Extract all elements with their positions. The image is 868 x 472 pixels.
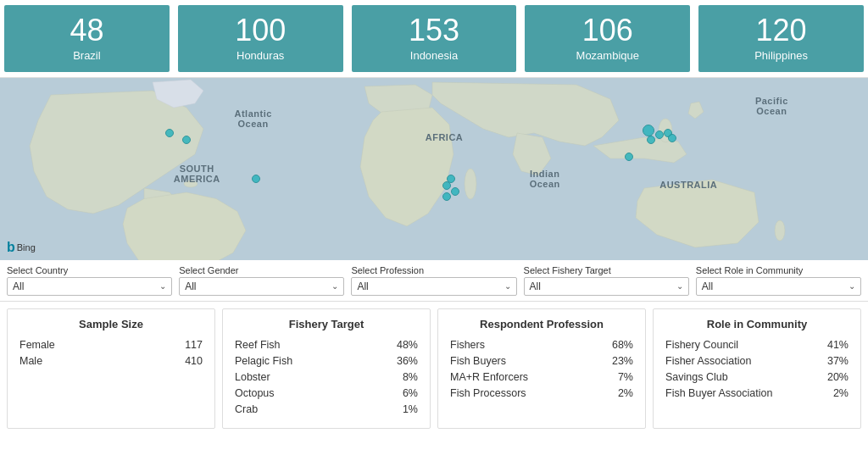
panel-row-value: 48% (397, 339, 418, 351)
filter-select[interactable]: All ⌄ (351, 277, 516, 296)
panel-row: Fishers 68% (450, 339, 633, 351)
panel-row: MA+R Enforcers 7% (450, 371, 633, 383)
panel-row-label: Crab (235, 403, 258, 415)
map-dot-philippines-2 (655, 130, 664, 139)
panel-row-value: 36% (397, 355, 418, 367)
stat-country: Brazil (21, 49, 153, 62)
stat-card-honduras: 100 Honduras (178, 5, 343, 72)
filter-value: All (530, 280, 541, 292)
data-panel-3: Role in Community Fishery Council 41% Fi… (653, 308, 861, 429)
data-panel-0: Sample Size Female 117 Male 410 (7, 308, 215, 429)
chevron-down-icon: ⌄ (504, 281, 511, 291)
stat-number: 100 (195, 14, 326, 47)
panel-row-value: 117 (185, 339, 203, 351)
filter-select[interactable]: All ⌄ (696, 277, 861, 296)
stat-card-philippines: 120 Philippines (698, 5, 864, 72)
panel-row-value: 23% (612, 355, 633, 367)
filter-value: All (702, 280, 713, 292)
panel-row-label: Male (19, 355, 42, 367)
panel-row-label: Lobster (235, 371, 270, 383)
filter-label: Select Gender (179, 265, 344, 275)
filter-select[interactable]: All ⌄ (524, 277, 689, 296)
panel-row: Reef Fish 48% (235, 339, 418, 351)
panel-row: Octopus 6% (235, 387, 418, 399)
chevron-down-icon: ⌄ (159, 281, 166, 291)
filter-group-3: Select Fishery Target All ⌄ (524, 265, 689, 296)
panel-row-value: 2% (833, 387, 849, 399)
panel-row: Fisher Association 37% (665, 355, 849, 367)
panel-row-value: 7% (618, 371, 633, 383)
panel-row: Crab 1% (235, 403, 418, 415)
stat-number: 48 (21, 14, 153, 47)
stat-card-brazil: 48 Brazil (4, 5, 170, 72)
panel-row-label: Fish Buyer Association (665, 387, 772, 399)
panel-row-label: Fishery Council (665, 339, 738, 351)
panel-row-label: Octopus (235, 387, 275, 399)
panel-row-value: 6% (403, 387, 418, 399)
chevron-down-icon: ⌄ (676, 281, 683, 291)
map-dot-honduras (165, 129, 174, 137)
panel-title: Fishery Target (235, 318, 418, 330)
panel-row: Fish Buyers 23% (450, 355, 633, 367)
data-panels: Sample Size Female 117 Male 410 Fishery … (0, 302, 868, 436)
bing-logo: b Bing (7, 240, 36, 255)
panel-title: Role in Community (665, 318, 849, 330)
panel-row-label: MA+R Enforcers (450, 371, 528, 383)
panel-row-value: 410 (185, 355, 203, 367)
filters-row: Select Country All ⌄ Select Gender All ⌄… (0, 260, 868, 302)
bing-text: Bing (17, 242, 36, 253)
panel-row-label: Fishers (450, 339, 485, 351)
filter-label: Select Profession (351, 265, 516, 275)
stat-number: 120 (715, 14, 847, 47)
panel-row-label: Reef Fish (235, 339, 281, 351)
svg-point-2 (465, 169, 476, 199)
panel-row-value: 37% (827, 355, 849, 367)
stat-country: Indonesia (369, 49, 500, 62)
filter-value: All (13, 280, 24, 292)
filter-group-4: Select Role in Community All ⌄ (696, 265, 861, 296)
filter-group-2: Select Profession All ⌄ (351, 265, 516, 296)
panel-title: Sample Size (19, 318, 203, 330)
panel-row: Fishery Council 41% (665, 339, 849, 351)
map-dot-brazil (252, 175, 260, 183)
panel-row-value: 2% (618, 387, 633, 399)
map-dot-indonesia (625, 153, 633, 161)
panel-row: Female 117 (19, 339, 203, 351)
panel-row-label: Fish Processors (450, 387, 526, 399)
chevron-down-icon: ⌄ (849, 281, 855, 291)
panel-row: Fish Buyer Association 2% (665, 387, 849, 399)
panel-row-value: 68% (612, 339, 633, 351)
chevron-down-icon: ⌄ (331, 281, 338, 291)
filter-group-1: Select Gender All ⌄ (179, 265, 344, 296)
panel-row: Male 410 (19, 355, 203, 367)
filter-value: All (357, 280, 368, 292)
filter-label: Select Fishery Target (524, 265, 689, 275)
panel-title: Respondent Profession (450, 318, 633, 330)
svg-point-4 (775, 220, 785, 241)
panel-row-label: Fish Buyers (450, 355, 506, 367)
panel-row: Lobster 8% (235, 371, 418, 383)
filter-label: Select Role in Community (696, 265, 861, 275)
filter-select[interactable]: All ⌄ (179, 277, 344, 296)
bing-icon: b (7, 240, 15, 255)
svg-point-1 (184, 180, 198, 187)
panel-row: Pelagic Fish 36% (235, 355, 418, 367)
panel-row-label: Savings Club (665, 371, 728, 383)
panel-row-value: 8% (403, 371, 418, 383)
filter-value: All (185, 280, 196, 292)
data-panel-2: Respondent Profession Fishers 68% Fish B… (437, 308, 646, 429)
filter-select[interactable]: All ⌄ (7, 277, 172, 296)
stat-card-indonesia: 153 Indonesia (352, 5, 517, 72)
panel-row-value: 20% (827, 371, 849, 383)
filter-group-0: Select Country All ⌄ (7, 265, 172, 296)
panel-row-label: Fisher Association (665, 355, 751, 367)
filter-label: Select Country (7, 265, 172, 275)
data-panel-1: Fishery Target Reef Fish 48% Pelagic Fis… (222, 308, 431, 429)
stat-number: 153 (369, 14, 500, 47)
panel-row: Fish Processors 2% (450, 387, 633, 399)
panel-row-label: Pelagic Fish (235, 355, 292, 367)
stat-card-mozambique: 106 Mozambique (525, 5, 690, 72)
panel-row: Savings Club 20% (665, 371, 849, 383)
stat-country: Philippines (715, 49, 847, 62)
stat-cards-row: 48 Brazil 100 Honduras 153 Indonesia 106… (0, 0, 868, 78)
